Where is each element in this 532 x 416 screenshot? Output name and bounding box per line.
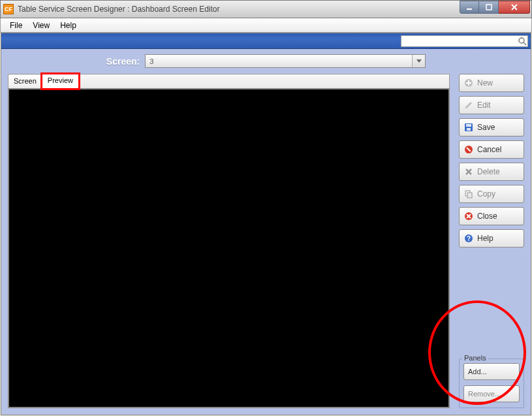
menu-help[interactable]: Help xyxy=(55,21,82,30)
svg-text:?: ? xyxy=(467,235,471,242)
pencil-icon xyxy=(463,100,474,110)
panels-remove-label: Remove... xyxy=(468,390,501,398)
app-body: Screen: 3 Screen Preview xyxy=(1,33,531,415)
window-controls xyxy=(460,1,530,14)
close-icon xyxy=(463,211,474,221)
svg-rect-0 xyxy=(467,8,472,10)
menu-file[interactable]: File xyxy=(5,21,27,30)
panels-group: Panels Add... Remove... xyxy=(459,359,524,408)
tab-screen-label: Screen xyxy=(14,77,37,85)
search-box xyxy=(401,35,528,47)
copy-button[interactable]: Copy xyxy=(459,185,524,203)
cancel-button[interactable]: Cancel xyxy=(459,140,524,159)
close-label: Close xyxy=(477,212,497,221)
svg-rect-7 xyxy=(467,128,471,131)
content-area: Screen: 3 Screen Preview xyxy=(1,49,531,415)
delete-label: Delete xyxy=(477,167,500,176)
menubar: File View Help xyxy=(0,18,532,33)
tab-screen[interactable]: Screen xyxy=(8,74,42,88)
panels-add-button[interactable]: Add... xyxy=(463,363,520,380)
maximize-button[interactable] xyxy=(479,1,499,14)
main-row: Screen Preview New xyxy=(8,74,524,408)
panels-add-label: Add... xyxy=(468,368,487,376)
new-label: New xyxy=(477,78,493,88)
edit-label: Edit xyxy=(477,101,491,110)
help-icon: ? xyxy=(463,233,474,244)
panels-title: Panels xyxy=(462,354,488,362)
help-button[interactable]: ? Help xyxy=(459,229,524,248)
save-label: Save xyxy=(477,123,495,132)
menu-view[interactable]: View xyxy=(27,21,55,30)
screen-label: Screen: xyxy=(106,56,140,67)
screen-dropdown[interactable]: 3 xyxy=(145,54,426,68)
save-icon xyxy=(463,122,474,133)
help-label: Help xyxy=(477,234,493,243)
right-column: New Edit Save xyxy=(459,74,524,408)
header-band xyxy=(1,33,531,49)
delete-button[interactable]: Delete xyxy=(459,163,524,181)
new-button[interactable]: New xyxy=(459,74,524,92)
tab-bar: Screen Preview xyxy=(8,74,450,88)
tab-preview-label: Preview xyxy=(48,76,73,84)
svg-rect-1 xyxy=(486,5,492,10)
spacer xyxy=(459,251,524,355)
svg-rect-11 xyxy=(467,193,472,198)
screen-selector-row: Screen: 3 xyxy=(8,54,524,68)
edit-button[interactable]: Edit xyxy=(459,96,524,114)
copy-icon xyxy=(463,189,474,199)
close-button[interactable]: Close xyxy=(459,207,524,225)
app-icon: CF xyxy=(3,4,14,14)
search-icon[interactable] xyxy=(517,36,527,46)
save-button[interactable]: Save xyxy=(459,118,524,136)
preview-pane xyxy=(8,88,450,408)
left-column: Screen Preview xyxy=(8,74,450,408)
svg-point-2 xyxy=(519,38,524,43)
cancel-icon xyxy=(463,144,474,155)
titlebar: CF Table Service Screen Designer : Dashb… xyxy=(0,0,532,18)
screen-dropdown-value: 3 xyxy=(149,57,153,65)
panels-remove-button[interactable]: Remove... xyxy=(463,385,520,402)
window-title: Table Service Screen Designer : Dashboar… xyxy=(18,5,220,14)
search-input[interactable] xyxy=(401,36,517,46)
delete-icon xyxy=(463,167,474,177)
chevron-down-icon xyxy=(412,55,425,67)
svg-line-3 xyxy=(524,42,526,45)
svg-rect-6 xyxy=(466,124,471,127)
tab-preview[interactable]: Preview xyxy=(40,72,80,90)
plus-circle-icon xyxy=(463,78,474,88)
minimize-button[interactable] xyxy=(460,1,479,14)
cancel-label: Cancel xyxy=(477,145,501,154)
window-close-button[interactable] xyxy=(499,1,530,14)
copy-label: Copy xyxy=(477,189,495,199)
